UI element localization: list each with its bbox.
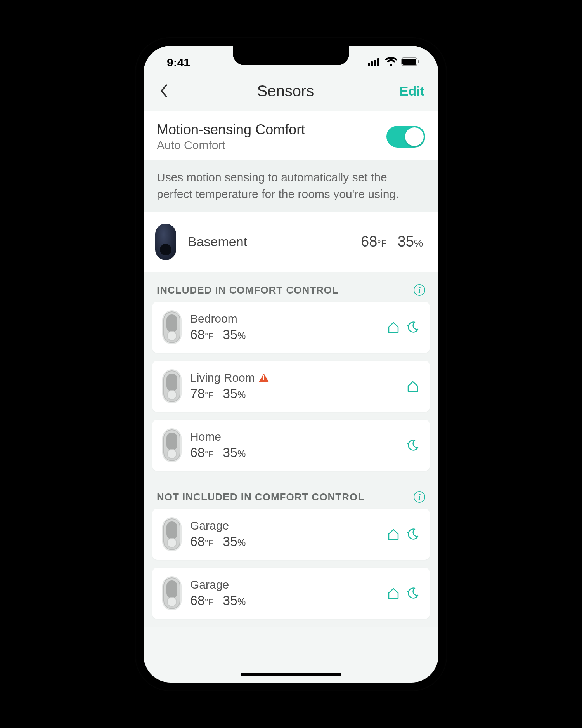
sensor-name: Garage [190, 578, 229, 591]
sensor-hum-unit: % [237, 537, 246, 548]
sensor-card[interactable]: Garage68°F35% [152, 509, 430, 560]
sensor-temp-unit: °F [205, 331, 213, 341]
main-sensor-hum-value: 35 [398, 233, 414, 250]
sensor-name: Living Room [190, 371, 255, 384]
motion-title: Motion-sensing Comfort [157, 122, 305, 138]
warning-icon [259, 374, 269, 382]
main-sensor-temp-value: 68 [361, 233, 377, 250]
sensor-hum-unit: % [237, 330, 246, 341]
sensor-card[interactable]: Bedroom68°F35% [152, 302, 430, 353]
sensor-device-icon [162, 369, 182, 403]
sensor-name: Home [190, 430, 221, 443]
notch [233, 46, 349, 65]
sensor-mode-icons [406, 438, 420, 452]
motion-labels: Motion-sensing Comfort Auto Comfort [157, 122, 305, 152]
sensor-card[interactable]: Home68°F35% [152, 420, 430, 471]
sensor-device-icon [162, 310, 182, 344]
home-mode-icon [406, 379, 420, 393]
page-title: Sensors [257, 82, 314, 100]
excluded-list: Garage68°F35%Garage68°F35% [144, 509, 438, 627]
content: Motion-sensing Comfort Auto Comfort Uses… [144, 111, 438, 627]
battery-icon [401, 57, 420, 66]
sensor-hum-value: 35 [223, 593, 237, 608]
main-sensor-humidity: 35% [398, 233, 423, 250]
svg-rect-0 [368, 63, 370, 66]
home-indicator[interactable] [241, 673, 341, 676]
sensor-mode-icons [386, 527, 420, 541]
sensor-device-icon [162, 576, 182, 610]
sensor-card[interactable]: Garage68°F35% [152, 568, 430, 619]
motion-toggle[interactable] [386, 126, 425, 148]
motion-comfort-row: Motion-sensing Comfort Auto Comfort [144, 111, 438, 160]
svg-rect-3 [377, 58, 379, 66]
svg-point-14 [407, 591, 408, 592]
sensor-name: Garage [190, 519, 229, 532]
sensor-hum-unit: % [237, 389, 246, 400]
section-header-included: INCLUDED IN COMFORT CONTROL i [144, 272, 438, 302]
svg-rect-2 [374, 60, 376, 66]
info-icon[interactable]: i [414, 284, 425, 296]
sensor-hum-unit: % [237, 448, 246, 459]
thermostat-device-icon [155, 224, 176, 260]
sleep-mode-icon [406, 320, 420, 334]
svg-rect-6 [418, 60, 419, 63]
main-sensor-temp: 68°F [361, 233, 387, 250]
back-button[interactable] [156, 83, 171, 99]
sensor-card-body: Home68°F35% [190, 430, 406, 460]
home-mode-icon [386, 320, 400, 334]
main-sensor-temp-unit: °F [377, 238, 386, 248]
section-header-excluded: NOT INCLUDED IN COMFORT CONTROL i [144, 479, 438, 509]
home-mode-icon [386, 527, 400, 541]
sensor-temp-value: 68 [190, 327, 205, 342]
sensor-mode-icons [406, 379, 420, 393]
sensor-name-row: Garage [190, 578, 386, 591]
sensor-mode-icons [386, 586, 420, 600]
sensor-values: 68°F35% [190, 593, 386, 608]
sensor-card-body: Garage68°F35% [190, 519, 386, 549]
main-sensor-hum-unit: % [414, 237, 423, 249]
sensor-card[interactable]: Living Room78°F35% [152, 361, 430, 412]
motion-subtitle: Auto Comfort [157, 139, 305, 152]
sensor-temp-unit: °F [205, 597, 213, 607]
sensor-card-body: Living Room78°F35% [190, 371, 406, 401]
sensor-values: 68°F35% [190, 534, 386, 549]
main-sensor-row[interactable]: Basement 68°F 35% [144, 212, 438, 272]
section-title-excluded: NOT INCLUDED IN COMFORT CONTROL [157, 491, 364, 503]
sensor-temp-value: 78 [190, 386, 205, 401]
section-title-included: INCLUDED IN COMFORT CONTROL [157, 284, 339, 296]
svg-rect-5 [402, 59, 416, 65]
sensor-device-icon [162, 517, 182, 551]
sensor-mode-icons [386, 320, 420, 334]
sensor-hum-value: 35 [223, 445, 237, 460]
sensor-name-row: Bedroom [190, 312, 386, 325]
motion-description: Uses motion sensing to automatically set… [144, 160, 438, 212]
wifi-icon [385, 57, 397, 66]
main-sensor-name: Basement [188, 234, 361, 249]
sensor-card-body: Garage68°F35% [190, 578, 386, 608]
sensor-name-row: Home [190, 430, 406, 443]
sensor-card-body: Bedroom68°F35% [190, 312, 386, 342]
sensor-name-row: Garage [190, 519, 386, 532]
phone-frame: 9:41 Sensors Edit [135, 37, 447, 691]
status-time: 9:41 [167, 56, 190, 69]
screen: 9:41 Sensors Edit [144, 46, 438, 683]
svg-point-13 [409, 589, 411, 590]
svg-point-10 [407, 443, 408, 444]
sensor-values: 68°F35% [190, 445, 406, 460]
sensor-values: 78°F35% [190, 386, 406, 401]
svg-point-12 [407, 532, 408, 533]
svg-rect-1 [371, 61, 373, 66]
info-icon[interactable]: i [414, 491, 425, 503]
sensor-hum-unit: % [237, 596, 246, 607]
navbar: Sensors Edit [144, 77, 438, 111]
sensor-hum-value: 35 [223, 327, 237, 342]
sleep-mode-icon [406, 527, 420, 541]
svg-point-7 [409, 323, 411, 324]
svg-point-9 [409, 441, 411, 442]
edit-button[interactable]: Edit [400, 83, 424, 99]
svg-point-8 [407, 325, 408, 326]
sleep-mode-icon [406, 438, 420, 452]
sensor-hum-value: 35 [223, 534, 237, 549]
cellular-icon [368, 57, 381, 66]
sensor-temp-unit: °F [205, 390, 213, 400]
